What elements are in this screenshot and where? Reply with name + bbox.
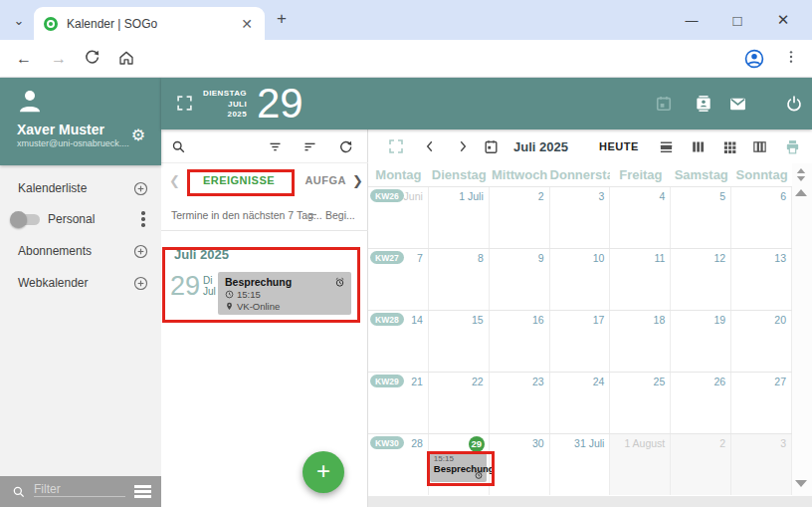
addressbook-module-icon[interactable] <box>694 94 713 114</box>
month-grid: KW2630 Juni1 Juli23456KW2778910111213KW2… <box>368 186 792 495</box>
tabs-next-icon[interactable]: ❯ <box>352 173 363 188</box>
subheader-range-label[interactable]: Termine in den nächsten 7 Tag... <box>171 209 322 221</box>
personal-menu-icon[interactable] <box>141 211 145 229</box>
add-calendar-icon[interactable] <box>132 180 149 201</box>
expand-date-icon[interactable] <box>176 95 193 112</box>
browser-tab[interactable]: Kalender | SOGo ✕ <box>34 7 265 40</box>
subheader-sort-label[interactable]: Begi... <box>325 209 355 221</box>
day-cell[interactable]: 11 <box>610 249 671 310</box>
day-cell[interactable]: 13 <box>731 249 792 310</box>
day-cell[interactable]: 17 <box>550 311 611 372</box>
multicolumn-view-icon[interactable] <box>752 139 767 154</box>
scroll-sort-icon[interactable] <box>795 166 807 183</box>
day-cell[interactable]: 19 <box>671 311 731 372</box>
new-event-fab[interactable]: + <box>303 451 344 493</box>
settings-gear-icon[interactable]: ⚙ <box>131 126 145 144</box>
tab-aufgaben[interactable]: AUFGA <box>304 174 346 186</box>
calendar-week-row: KW2630 Juni1 Juli23456 <box>368 186 792 248</box>
day-cell[interactable]: 16 <box>490 311 550 372</box>
datepicker-icon[interactable] <box>483 138 500 155</box>
day-cell[interactable]: 15 <box>429 311 490 372</box>
sidebar-user-card: Xaver Muster xmuster@uni-osnabrueck.... … <box>0 78 161 165</box>
day-number: 13 <box>774 252 786 264</box>
prev-month-icon[interactable] <box>423 139 437 153</box>
user-name: Xaver Muster <box>17 122 104 137</box>
weekday-label: Samstag <box>671 163 731 186</box>
week-number-badge: KW28 <box>370 313 404 326</box>
day-view-icon[interactable] <box>659 139 674 154</box>
search-icon[interactable] <box>171 139 186 154</box>
day-cell[interactable]: 12 <box>671 249 731 310</box>
day-cell[interactable]: 31 Juli <box>550 434 611 495</box>
filter-input[interactable] <box>34 482 125 497</box>
day-number: 10 <box>593 252 605 264</box>
refresh-icon[interactable] <box>338 139 353 154</box>
mail-module-icon[interactable] <box>727 94 747 114</box>
day-cell[interactable]: 10 <box>550 249 611 310</box>
scroll-up-icon[interactable] <box>795 189 807 196</box>
day-cell[interactable]: 25 <box>610 373 671 433</box>
annotation-box-calendar-event <box>427 451 495 486</box>
day-cell[interactable]: 26 <box>671 373 731 433</box>
day-cell[interactable]: 18 <box>610 311 671 372</box>
day-cell[interactable]: 23 <box>490 373 550 433</box>
header-date-block: DIENSTAG JULI 2025 <box>201 89 247 121</box>
filter-list-icon[interactable] <box>268 139 283 154</box>
day-cell[interactable]: 24 <box>550 373 611 433</box>
day-cell[interactable]: 30 <box>490 434 550 495</box>
day-cell[interactable]: 1 Juli <box>429 187 490 248</box>
back-icon[interactable]: ← <box>14 49 34 69</box>
scroll-down-icon[interactable] <box>795 480 807 487</box>
webkalender-label: Webkalender <box>18 276 89 290</box>
reload-icon[interactable] <box>82 49 102 69</box>
personal-toggle[interactable] <box>12 214 40 225</box>
week-view-icon[interactable] <box>691 139 706 154</box>
forward-icon[interactable]: → <box>49 49 69 69</box>
month-view-icon[interactable] <box>722 139 737 154</box>
day-cell[interactable]: 20 <box>731 311 792 372</box>
day-cell[interactable]: 9 <box>490 249 550 310</box>
sort-icon[interactable] <box>303 139 317 154</box>
day-cell[interactable]: 22 <box>429 373 490 433</box>
print-icon[interactable] <box>784 138 801 155</box>
sidebar-filter-bar <box>0 476 161 507</box>
logout-power-icon[interactable] <box>784 94 804 114</box>
header-day-number: 29 <box>257 78 304 129</box>
calendar-scrollbar[interactable] <box>792 163 812 496</box>
add-subscription-icon[interactable] <box>132 243 149 264</box>
day-cell[interactable]: 3 <box>550 187 611 248</box>
tab-close-icon[interactable]: ✕ <box>239 16 255 32</box>
day-cell[interactable]: 5 <box>671 187 731 248</box>
day-number: 7 <box>417 252 423 264</box>
tab-search-icon[interactable]: ⌄ <box>8 10 30 32</box>
home-icon[interactable] <box>116 49 136 69</box>
day-cell[interactable]: 2 <box>490 187 550 248</box>
calendar-fullscreen-icon[interactable] <box>388 138 404 154</box>
today-button[interactable]: HEUTE <box>599 140 639 152</box>
day-cell[interactable]: 6 <box>731 187 792 248</box>
day-cell[interactable]: 2 <box>671 434 731 495</box>
filter-menu-icon[interactable] <box>134 485 151 500</box>
minimize-button[interactable]: — <box>669 13 714 28</box>
close-button[interactable]: ✕ <box>760 11 806 29</box>
day-number: 24 <box>593 376 605 387</box>
calendar-module-icon[interactable] <box>654 94 674 114</box>
day-cell[interactable]: 4 <box>610 187 671 248</box>
weekday-label: Donnerstag <box>550 163 611 186</box>
profile-avatar-icon[interactable] <box>743 48 763 68</box>
maximize-button[interactable]: □ <box>714 12 760 29</box>
next-month-icon[interactable] <box>456 139 470 153</box>
day-cell[interactable]: 8 <box>429 249 490 310</box>
day-cell[interactable]: 27 <box>731 373 792 433</box>
browser-titlebar: ⌄ Kalender | SOGo ✕ + — □ ✕ <box>0 0 812 40</box>
browser-menu-icon[interactable] <box>781 49 801 69</box>
day-cell[interactable]: 1 August <box>610 434 671 495</box>
add-webcalendar-icon[interactable] <box>132 275 149 296</box>
sogo-favicon <box>44 17 58 31</box>
tabs-prev-icon[interactable]: ❮ <box>169 173 180 188</box>
day-number: 18 <box>654 314 666 326</box>
new-tab-button[interactable]: + <box>277 9 287 29</box>
week-number-badge: KW30 <box>370 436 404 449</box>
sort-begin-icon[interactable] <box>307 210 319 222</box>
day-cell[interactable]: 3 <box>731 434 792 495</box>
